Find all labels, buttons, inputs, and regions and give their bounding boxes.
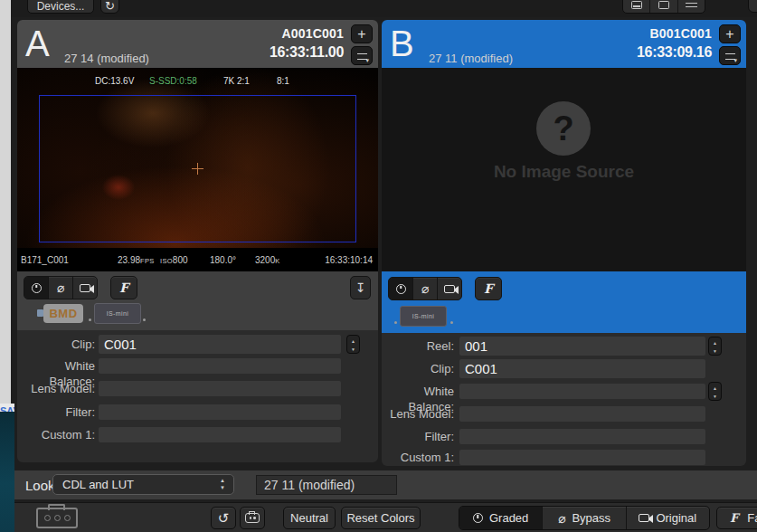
clip-stepper[interactable]: ▲▼: [708, 382, 722, 401]
false-color-button[interactable]: FFa: [716, 507, 757, 529]
slot-b-look-status: 27 11 (modified): [429, 52, 513, 65]
device-tab-bmd[interactable]: BMD: [43, 304, 83, 323]
look-bar: Look CDL and LUT ▲▼ 27 11 (modified): [14, 470, 757, 499]
clock-icon: [32, 283, 42, 293]
slot-a-preset-menu-button[interactable]: ▾: [351, 46, 373, 65]
refresh-icon: ↻: [105, 0, 115, 13]
field-label: Filter:: [17, 404, 95, 420]
white-balance-input[interactable]: [99, 358, 341, 374]
desktop-background: [0, 412, 14, 532]
graded-view-button[interactable]: Graded: [459, 507, 543, 529]
look-name-input[interactable]: 27 11 (modified): [256, 475, 397, 495]
lens-model-input[interactable]: [99, 381, 341, 396]
background-window-strip: [0, 0, 11, 418]
extra-toolbar-button[interactable]: [748, 0, 757, 13]
info-shutter: 180.0°: [210, 255, 236, 265]
layout-list-button[interactable]: [678, 0, 705, 13]
filter-input[interactable]: [99, 404, 341, 420]
bypass-mode-button[interactable]: ⌀: [49, 277, 73, 299]
look-mode-value: CDL and LUT: [62, 478, 134, 491]
field-label: Clip:: [382, 359, 454, 378]
slot-b-add-button[interactable]: +: [719, 24, 741, 43]
look-mode-select[interactable]: CDL and LUT ▲▼: [52, 474, 234, 495]
clip-input[interactable]: C001: [459, 359, 705, 378]
device-tab-ismini[interactable]: IS-mini: [400, 306, 447, 327]
filter-input[interactable]: [459, 429, 705, 444]
graded-mode-button[interactable]: [389, 278, 413, 299]
original-mode-button[interactable]: [438, 278, 461, 299]
slot-b-header[interactable]: B 27 11 (modified) B001C001 16:33:09.16 …: [382, 20, 746, 68]
single-pane-icon: [631, 1, 642, 9]
device-tab-ismini[interactable]: IS-mini: [94, 303, 141, 324]
camera-info-bar: B171_C001 23.98FPS ISO800 180.0° 3200K 1…: [17, 248, 378, 271]
slot-a-clip-name: A001C001: [281, 26, 344, 41]
stepper-down-icon: ▼: [347, 346, 359, 354]
layout-single-button[interactable]: [623, 0, 650, 13]
sync-button[interactable]: ↺: [211, 507, 236, 529]
white-balance-input[interactable]: [459, 384, 705, 399]
bottom-toolbar: ↺ Neutral Reset Colors Graded ⌀Bypass Or…: [14, 502, 757, 532]
field-label: Lens Model:: [17, 381, 95, 396]
slot-a-add-button[interactable]: +: [351, 24, 373, 43]
clip-input[interactable]: C001: [99, 335, 341, 354]
reset-colors-button[interactable]: Reset Colors: [341, 507, 421, 529]
slot-b-toolbar: ⌀ F IS-mini: [382, 271, 746, 333]
slot-a-video-preview: DC:13.6V S-SSD:0:58 7K 2:1 8:1 B171_C001…: [17, 68, 378, 271]
field-label: Custom 1:: [382, 450, 454, 465]
stepper-down-icon: ▼: [709, 393, 721, 401]
slot-a-letter: A: [25, 22, 50, 65]
layout-switcher: [622, 0, 705, 14]
neutral-button[interactable]: Neutral: [283, 507, 336, 529]
info-white-balance: 3200K: [255, 255, 280, 265]
clip-stepper[interactable]: ▲▼: [346, 335, 360, 354]
crosshair-icon: [192, 163, 203, 175]
devices-button[interactable]: Devices...: [27, 0, 94, 14]
slot-a-toolbar: ⌀ F ↧ BMD IS-mini: [17, 271, 378, 330]
snapshot-button[interactable]: [240, 507, 265, 529]
graded-mode-button[interactable]: [24, 277, 49, 299]
slot-b-video-preview: ? No Image Source: [382, 68, 746, 271]
slot-a-false-color-button[interactable]: F: [110, 276, 137, 299]
info-fps: 23.98FPS: [118, 255, 155, 265]
field-label: Clip:: [17, 335, 95, 354]
clock-icon: [396, 284, 406, 294]
slot-a-import-button[interactable]: ↧: [350, 276, 371, 299]
slot-b-clip-name: B001C001: [649, 26, 712, 41]
custom1-input[interactable]: [99, 427, 341, 442]
reel-stepper[interactable]: ▲▼: [708, 337, 722, 356]
slot-a-panel: A 27 14 (modified) A001C001 16:33:11.00 …: [17, 20, 378, 462]
stepper-up-icon: ▲: [709, 385, 721, 393]
slot-a-header[interactable]: A 27 14 (modified) A001C001 16:33:11.00 …: [17, 20, 378, 68]
refresh-devices-button[interactable]: ↻: [100, 0, 119, 14]
tab-dot-right: [450, 321, 453, 324]
lens-model-input[interactable]: [459, 406, 705, 422]
reel-input[interactable]: 001: [459, 337, 705, 356]
camera-icon: [639, 514, 649, 522]
slot-b-letter: B: [390, 22, 414, 65]
slot-b-preset-menu-button[interactable]: ▾: [719, 46, 741, 65]
original-mode-button[interactable]: [73, 277, 97, 299]
custom1-input[interactable]: [459, 450, 705, 465]
stepper-up-icon: ▲: [347, 337, 359, 346]
overlay-power: DC:13.6V: [95, 76, 134, 86]
slot-a-metadata-form: Clip: C001 ▲▼ White Balance: Lens Model:…: [17, 330, 378, 462]
bypass-icon: ⌀: [421, 282, 429, 295]
slot-a-view-mode-segment: ⌀: [24, 276, 98, 299]
layout-split-button[interactable]: [650, 0, 677, 13]
question-mark-icon: ?: [536, 101, 591, 156]
caret-down-icon: ▾: [365, 58, 369, 63]
bypass-view-button[interactable]: ⌀Bypass: [543, 507, 626, 529]
snapshot-camera-icon: [245, 513, 260, 523]
field-label: Lens Model:: [382, 406, 454, 422]
bypass-mode-button[interactable]: ⌀: [413, 278, 438, 299]
overlay-storage: S-SSD:0:58: [149, 76, 197, 86]
false-color-f-icon: F: [730, 511, 738, 525]
slot-b-false-color-button[interactable]: F: [475, 277, 502, 300]
original-view-button[interactable]: Original: [627, 507, 709, 529]
top-toolbar: Devices... ↻: [11, 0, 757, 17]
field-label: Reel:: [382, 337, 454, 356]
bypass-icon: ⌀: [57, 281, 64, 294]
slot-a-look-status: 27 14 (modified): [64, 52, 149, 65]
split-pane-icon: [658, 1, 669, 9]
stepper-up-icon: ▲: [709, 339, 721, 347]
